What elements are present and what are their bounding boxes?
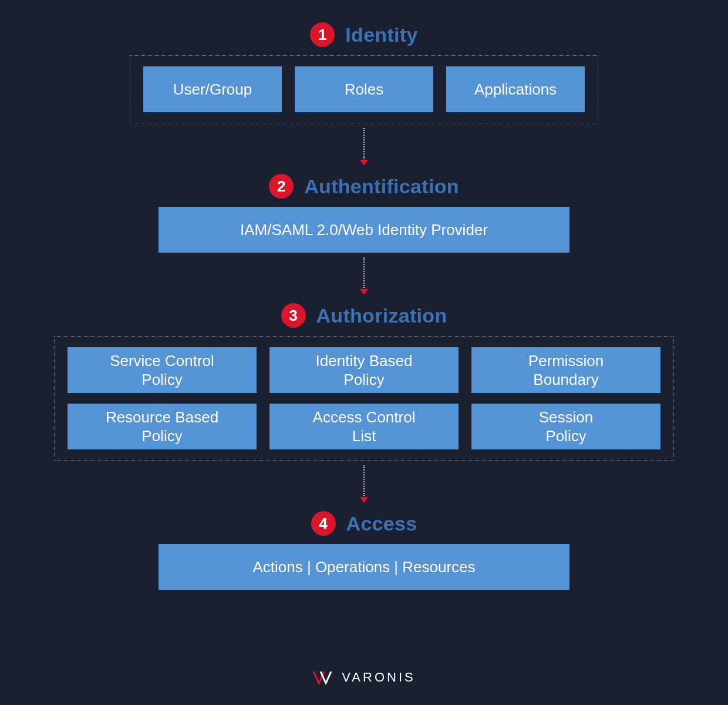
brand-footer: VARONIS [0, 670, 728, 685]
section-2-title: Authentification [304, 175, 459, 198]
tile-identity-policy: Identity BasedPolicy [269, 347, 459, 393]
connector-3-4 [360, 465, 368, 503]
section-3-box: Service ControlPolicy Identity BasedPoli… [54, 336, 674, 461]
step-badge-2: 2 [269, 174, 294, 199]
section-1-title: Identity [345, 24, 417, 46]
tile-applications: Applications [446, 66, 585, 112]
tile-scp: Service ControlPolicy [68, 347, 257, 393]
step-badge-3: 3 [281, 303, 306, 328]
tile-user-group: User/Group [143, 66, 282, 112]
section-1-header: 1 Identity [310, 22, 417, 47]
step-badge-4: 4 [311, 511, 336, 536]
diagram-root: 1 Identity User/Group Roles Applications… [0, 0, 728, 590]
tile-session-policy: SessionPolicy [471, 404, 660, 449]
tile-resource-policy: Resource BasedPolicy [68, 404, 257, 449]
identity-row: User/Group Roles Applications [143, 66, 585, 112]
section-3-header: 3 Authorization [281, 303, 447, 328]
section-2-header: 2 Authentification [269, 174, 459, 199]
section-4-header: 4 Access [311, 511, 417, 536]
authz-row-2: Resource BasedPolicy Access ControlList … [68, 404, 660, 449]
connector-2-3 [360, 257, 368, 295]
authz-row-1: Service ControlPolicy Identity BasedPoli… [68, 347, 660, 393]
brand-name: VARONIS [342, 670, 415, 685]
tile-access: Actions | Operations | Resources [159, 544, 569, 590]
tile-iam-saml: IAM/SAML 2.0/Web Identity Provider [159, 207, 569, 253]
brand-logo-icon [312, 670, 336, 684]
tile-acl: Access ControlList [269, 404, 459, 449]
connector-1-2 [360, 128, 368, 166]
section-4-title: Access [346, 512, 417, 535]
tile-permission-boundary: PermissionBoundary [471, 347, 660, 393]
tile-roles: Roles [295, 66, 433, 112]
section-3-title: Authorization [316, 304, 447, 327]
step-badge-1: 1 [310, 22, 335, 47]
section-1-box: User/Group Roles Applications [130, 55, 598, 123]
